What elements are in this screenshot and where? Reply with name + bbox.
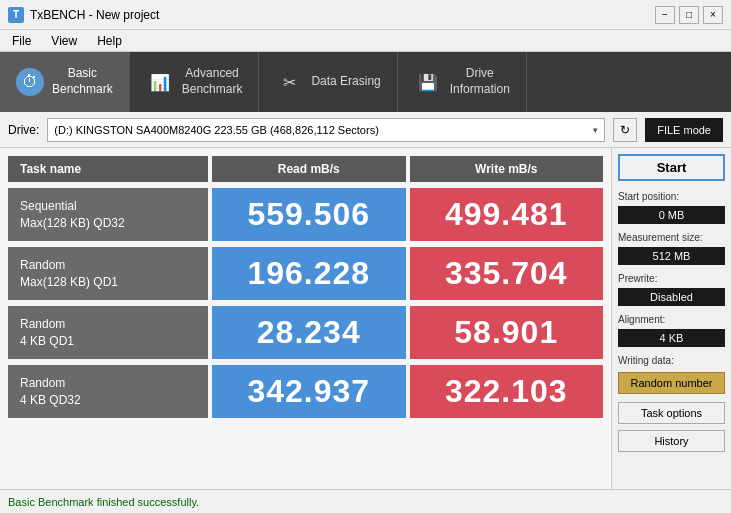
- header-read: Read mB/s: [212, 156, 406, 182]
- advanced-benchmark-label: AdvancedBenchmark: [182, 66, 243, 97]
- close-button[interactable]: ×: [703, 6, 723, 24]
- menu-bar: File View Help: [0, 30, 731, 52]
- toolbar-advanced-benchmark[interactable]: 📊 AdvancedBenchmark: [130, 52, 260, 112]
- start-position-value: 0 MB: [618, 206, 725, 224]
- task-options-button[interactable]: Task options: [618, 402, 725, 424]
- row-3-write: 322.103: [410, 365, 604, 418]
- toolbar-basic-benchmark[interactable]: ⏱ BasicBenchmark: [0, 52, 130, 112]
- drive-select[interactable]: (D:) KINGSTON SA400M8240G 223.55 GB (468…: [47, 118, 605, 142]
- row-0-name: Sequential Max(128 KB) QD32: [8, 188, 208, 241]
- row-0-write: 499.481: [410, 188, 604, 241]
- file-mode-button[interactable]: FILE mode: [645, 118, 723, 142]
- drive-information-label: DriveInformation: [450, 66, 510, 97]
- status-bar: Basic Benchmark finished successfully.: [0, 489, 731, 513]
- drive-label: Drive:: [8, 123, 39, 137]
- prewrite-label: Prewrite:: [618, 273, 725, 284]
- title-bar-controls: − □ ×: [655, 6, 723, 24]
- alignment-value: 4 KB: [618, 329, 725, 347]
- alignment-label: Alignment:: [618, 314, 725, 325]
- start-position-label: Start position:: [618, 191, 725, 202]
- data-erasing-icon: ✂: [275, 68, 303, 96]
- drive-information-icon: 💾: [414, 68, 442, 96]
- writing-data-value[interactable]: Random number: [618, 372, 725, 394]
- measurement-size-label: Measurement size:: [618, 232, 725, 243]
- row-3-name: Random 4 KB QD32: [8, 365, 208, 418]
- status-message: Basic Benchmark finished successfully.: [8, 496, 199, 508]
- menu-help[interactable]: Help: [93, 32, 126, 50]
- menu-view[interactable]: View: [47, 32, 81, 50]
- main-content: Task name Read mB/s Write mB/s Sequentia…: [0, 148, 731, 489]
- row-1-name: Random Max(128 KB) QD1: [8, 247, 208, 300]
- right-panel: Start Start position: 0 MB Measurement s…: [611, 148, 731, 489]
- writing-data-label: Writing data:: [618, 355, 725, 366]
- measurement-size-value: 512 MB: [618, 247, 725, 265]
- app-title: TxBENCH - New project: [30, 8, 159, 22]
- row-3-read: 342.937: [212, 365, 406, 418]
- header-write: Write mB/s: [410, 156, 604, 182]
- row-2-read: 28.234: [212, 306, 406, 359]
- data-erasing-label: Data Erasing: [311, 74, 380, 90]
- basic-benchmark-icon: ⏱: [16, 68, 44, 96]
- header-task-name: Task name: [8, 156, 208, 182]
- drive-select-wrapper: (D:) KINGSTON SA400M8240G 223.55 GB (468…: [47, 118, 605, 142]
- table-row: Random Max(128 KB) QD1 196.228 335.704: [8, 247, 603, 300]
- app-icon: T: [8, 7, 24, 23]
- toolbar-drive-information[interactable]: 💾 DriveInformation: [398, 52, 527, 112]
- prewrite-value: Disabled: [618, 288, 725, 306]
- row-0-read: 559.506: [212, 188, 406, 241]
- row-2-write: 58.901: [410, 306, 604, 359]
- row-2-name: Random 4 KB QD1: [8, 306, 208, 359]
- drive-bar: Drive: (D:) KINGSTON SA400M8240G 223.55 …: [0, 112, 731, 148]
- table-row: Random 4 KB QD1 28.234 58.901: [8, 306, 603, 359]
- title-bar: T TxBENCH - New project − □ ×: [0, 0, 731, 30]
- title-bar-left: T TxBENCH - New project: [8, 7, 159, 23]
- history-button[interactable]: History: [618, 430, 725, 452]
- menu-file[interactable]: File: [8, 32, 35, 50]
- table-row: Sequential Max(128 KB) QD32 559.506 499.…: [8, 188, 603, 241]
- table-header: Task name Read mB/s Write mB/s: [8, 156, 603, 182]
- start-button[interactable]: Start: [618, 154, 725, 181]
- advanced-benchmark-icon: 📊: [146, 68, 174, 96]
- minimize-button[interactable]: −: [655, 6, 675, 24]
- row-1-write: 335.704: [410, 247, 604, 300]
- toolbar-data-erasing[interactable]: ✂ Data Erasing: [259, 52, 397, 112]
- maximize-button[interactable]: □: [679, 6, 699, 24]
- drive-refresh-button[interactable]: ↻: [613, 118, 637, 142]
- toolbar: ⏱ BasicBenchmark 📊 AdvancedBenchmark ✂ D…: [0, 52, 731, 112]
- table-row: Random 4 KB QD32 342.937 322.103: [8, 365, 603, 418]
- basic-benchmark-label: BasicBenchmark: [52, 66, 113, 97]
- row-1-read: 196.228: [212, 247, 406, 300]
- benchmark-table: Task name Read mB/s Write mB/s Sequentia…: [0, 148, 611, 489]
